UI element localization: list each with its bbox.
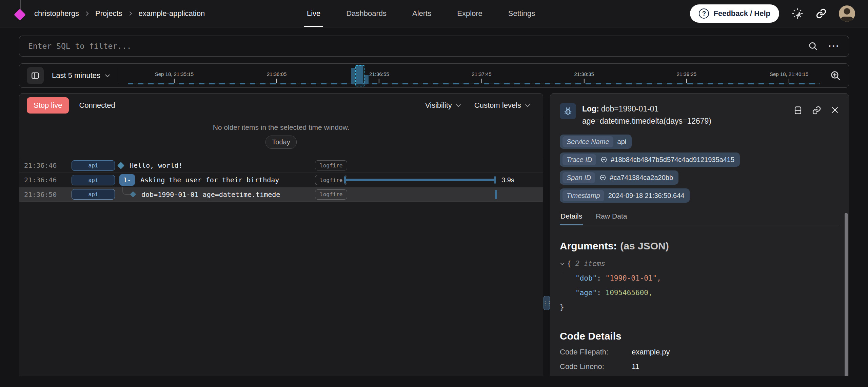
- main-nav: Live Dashboards Alerts Explore Settings: [307, 0, 535, 27]
- timeline-tick: Sep 18, 21:40:15: [770, 71, 808, 83]
- stop-live-button[interactable]: Stop live: [27, 97, 69, 114]
- detail-header: Log:dob=1990-01-01 age=datetime.timedelt…: [560, 103, 839, 127]
- sql-filter-input[interactable]: [28, 42, 808, 50]
- log-diamond-icon: [117, 162, 124, 169]
- timeline-controls: Last 5 minutes: [19, 67, 128, 84]
- service-name-chip[interactable]: Service Name api: [560, 135, 632, 149]
- arguments-heading: Arguments:(as JSON): [560, 240, 839, 252]
- json-entry-age: "age": 1095465600,: [560, 286, 839, 300]
- tab-settings[interactable]: Settings: [508, 0, 535, 27]
- logfire-tag[interactable]: logfire: [315, 175, 347, 185]
- split-view-icon[interactable]: [793, 106, 803, 127]
- service-badge[interactable]: api: [72, 175, 115, 185]
- tab-alerts[interactable]: Alerts: [412, 0, 431, 27]
- time-range-dropdown[interactable]: Last 5 minutes: [52, 71, 111, 80]
- tab-live[interactable]: Live: [307, 0, 320, 27]
- tab-raw-data[interactable]: Raw Data: [595, 212, 628, 225]
- code-filepath-row: Code Filepath:example.py: [560, 348, 839, 357]
- logfire-tag[interactable]: logfire: [315, 160, 347, 170]
- scrollbar-thumb[interactable]: [845, 213, 848, 376]
- more-options-icon[interactable]: ···: [828, 41, 840, 51]
- histogram-bar: [364, 75, 369, 84]
- span-id-chip[interactable]: Span ID #ca741384ca2a20bb: [560, 170, 678, 185]
- avatar-body: [841, 17, 853, 22]
- live-view-panel: Stop live Connected Visibility Custom le…: [19, 93, 543, 376]
- code-details-heading: Code Details: [560, 330, 839, 342]
- timeline-selection[interactable]: [355, 65, 364, 86]
- service-badge[interactable]: api: [72, 160, 115, 171]
- logfire-logo-icon[interactable]: [14, 8, 26, 20]
- json-entry-dob: "dob": "1990-01-01",: [560, 271, 839, 286]
- chevron-down-icon: [455, 102, 461, 108]
- service-badge[interactable]: api: [72, 189, 115, 200]
- link-icon: [600, 156, 608, 163]
- empty-window-message: No older items in the selected time wind…: [19, 123, 543, 131]
- breadcrumb-account[interactable]: christophergs: [34, 9, 79, 18]
- timeline-tick: 21:39:25: [677, 71, 696, 83]
- share-link-icon[interactable]: [816, 8, 827, 19]
- feedback-help-button[interactable]: ? Feedback / Help: [690, 4, 779, 23]
- log-time: 21:36:50: [24, 190, 72, 199]
- empty-window-notice: No older items in the selected time wind…: [19, 117, 543, 158]
- search-icon[interactable]: [808, 41, 818, 51]
- histogram-bar: [351, 68, 355, 84]
- timeline-tick: Sep 18, 21:35:15: [155, 71, 194, 83]
- logo-stem: [20, 0, 21, 10]
- today-button[interactable]: Today: [265, 136, 296, 149]
- chevron-right-icon: [128, 11, 133, 16]
- breadcrumb: christophergs Projects example-applicati…: [34, 9, 205, 18]
- log-time: 21:36:46: [24, 161, 72, 169]
- timeline-activity-dashes: [128, 83, 820, 84]
- span-time-tick: [495, 190, 497, 199]
- copy-link-icon[interactable]: [812, 106, 821, 127]
- json-items-count: 2 items: [575, 257, 606, 271]
- timeline-tick: 21:36:05: [267, 71, 287, 83]
- link-icon: [599, 174, 607, 181]
- logfire-tag[interactable]: logfire: [315, 189, 347, 200]
- attribute-chips: Service Name api Trace ID #18b84cb4847b5…: [560, 135, 839, 203]
- trace-id-chip[interactable]: Trace ID #18b84cb4847b5d574c4ad9121935a4…: [560, 152, 740, 167]
- detail-panel: Log:dob=1990-01-01 age=datetime.timedelt…: [550, 93, 849, 376]
- timestamp-chip[interactable]: Timestamp 2024-09-18 21:36:50.644: [560, 188, 690, 203]
- span-duration-bar: [344, 179, 496, 181]
- chevron-down-icon: [525, 102, 531, 108]
- theme-toggle-icon[interactable]: [791, 7, 804, 20]
- tab-details[interactable]: Details: [560, 212, 583, 225]
- log-level-bug-icon: [560, 103, 576, 119]
- log-row[interactable]: 21:36:46 api 1- Asking the user for thei…: [19, 172, 543, 187]
- code-lineno-value: 11: [632, 362, 639, 371]
- visibility-dropdown[interactable]: Visibility: [425, 101, 461, 110]
- zoom-in-icon[interactable]: [830, 70, 841, 81]
- log-message: Hello, world!: [130, 161, 183, 169]
- tab-dashboards[interactable]: Dashboards: [346, 0, 387, 27]
- close-icon[interactable]: [831, 106, 839, 127]
- time-range-label: Last 5 minutes: [52, 71, 100, 80]
- avatar-head: [844, 8, 850, 15]
- timestamp-value: 2024-09-18 21:36:50.644: [608, 192, 685, 200]
- breadcrumb-project[interactable]: example-application: [139, 9, 205, 18]
- help-icon: ?: [699, 8, 709, 19]
- user-avatar[interactable]: [839, 5, 855, 22]
- live-view-header: Stop live Connected Visibility Custom le…: [19, 94, 543, 117]
- topbar-actions: ? Feedback / Help: [690, 4, 855, 23]
- log-row-selected[interactable]: 21:36:50 api dob=1990-01-01 age=datetime…: [19, 187, 543, 202]
- timeline-tick: 21:38:35: [574, 71, 594, 83]
- detail-actions: [793, 103, 839, 127]
- log-message: dob=1990-01-01 age=datetime.timede: [141, 190, 280, 199]
- timeline-track[interactable]: Sep 18, 21:35:15 21:36:05 21:36:55 21:37…: [128, 64, 820, 87]
- json-indent-guide: [563, 271, 563, 303]
- sql-filter-icons: ···: [808, 41, 840, 51]
- log-message: Asking the user for their birthday: [140, 176, 279, 184]
- breadcrumb-projects[interactable]: Projects: [95, 9, 122, 18]
- tab-explore[interactable]: Explore: [457, 0, 482, 27]
- collapse-chevron-icon[interactable]: [560, 261, 565, 266]
- timeline-bar: Last 5 minutes Sep 18, 21:35:15 21:36:05…: [19, 63, 849, 88]
- chevron-right-icon: [84, 11, 90, 16]
- live-view-filters: Visibility Custom levels: [425, 101, 531, 110]
- sidebar-toggle-button[interactable]: [27, 67, 44, 84]
- custom-levels-dropdown[interactable]: Custom levels: [474, 101, 531, 110]
- service-name-value: api: [617, 138, 627, 146]
- panel-resize-handle[interactable]: ⋮⋮: [544, 296, 550, 310]
- collapse-toggle[interactable]: 1-: [119, 174, 135, 186]
- log-row[interactable]: 21:36:46 api Hello, world! logfire: [19, 158, 543, 172]
